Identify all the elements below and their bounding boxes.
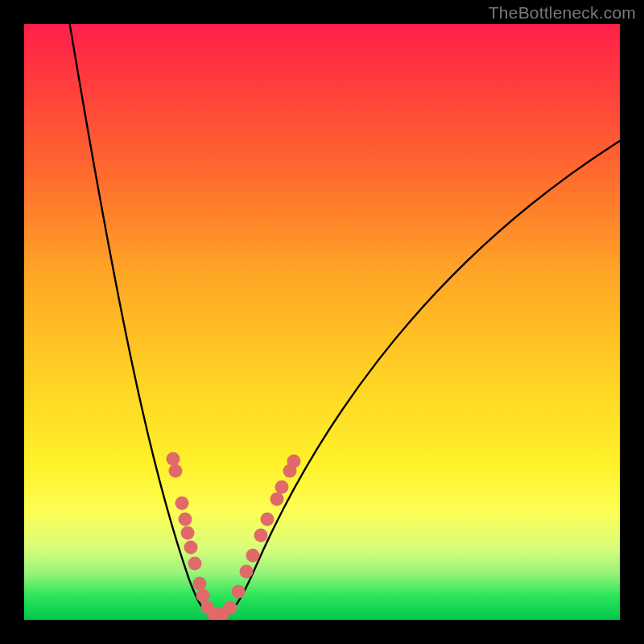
data-dot — [287, 455, 301, 469]
data-dot — [196, 589, 210, 603]
data-dot — [179, 513, 192, 526]
data-dot — [193, 577, 207, 591]
data-dot — [184, 541, 198, 555]
data-dot — [254, 529, 268, 543]
chart-svg — [24, 24, 620, 620]
data-dot — [169, 464, 183, 478]
data-dot — [275, 481, 289, 494]
data-dot — [175, 497, 189, 510]
bottleneck-curve — [68, 24, 620, 616]
data-dot — [181, 526, 195, 540]
data-dot — [240, 565, 254, 579]
data-dot — [167, 452, 180, 466]
data-dot — [232, 585, 246, 599]
data-dot — [188, 557, 202, 571]
data-dot — [261, 513, 275, 526]
chart-overlay — [24, 24, 620, 620]
data-dot — [246, 549, 260, 563]
data-dot-layer — [167, 452, 301, 621]
watermark-text: TheBottleneck.com — [489, 3, 636, 23]
data-dot — [224, 601, 237, 615]
data-dot — [270, 493, 284, 506]
